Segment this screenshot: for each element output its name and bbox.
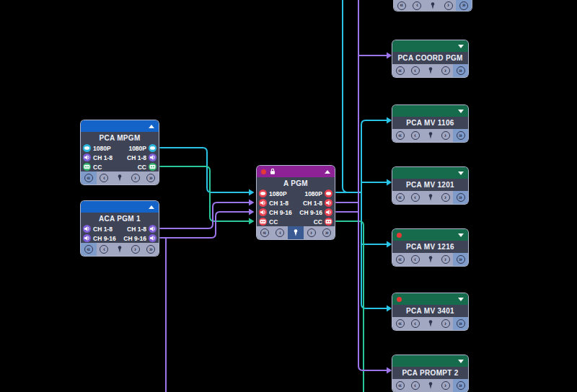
- video-port-icon[interactable]: [325, 190, 332, 197]
- collapse-icon[interactable]: [149, 205, 154, 209]
- audio-port-icon[interactable]: [325, 208, 332, 216]
- pin-button[interactable]: [423, 64, 438, 77]
- last-button[interactable]: »: [453, 64, 468, 77]
- prev-button[interactable]: ‹: [408, 379, 423, 392]
- node-header[interactable]: [81, 201, 159, 213]
- node-header[interactable]: [392, 105, 468, 117]
- wire-w1[interactable]: [159, 148, 249, 192]
- node-header[interactable]: [81, 120, 159, 132]
- pin-button[interactable]: [423, 253, 438, 266]
- node-offscreen-top[interactable]: «‹ ›»: [393, 0, 472, 12]
- audio-port-icon[interactable]: [325, 199, 332, 207]
- next-button[interactable]: ›: [128, 172, 144, 184]
- audio-port-icon[interactable]: [259, 208, 267, 216]
- expand-icon[interactable]: [458, 45, 464, 48]
- collapse-icon[interactable]: [149, 125, 154, 128]
- node-pca-mv-1201[interactable]: PCA MV 1201«‹ ›»: [392, 166, 469, 205]
- pin-button[interactable]: [112, 172, 128, 184]
- first-button[interactable]: «: [392, 253, 408, 266]
- node-header[interactable]: [392, 40, 468, 52]
- expand-icon[interactable]: [458, 298, 464, 301]
- node-a-pgm[interactable]: A PGM1080P1080P CH 1-8CH 1-8 CH 9-16CH 9…: [256, 165, 335, 240]
- video-port-icon[interactable]: [83, 144, 91, 152]
- next-button[interactable]: ›: [438, 253, 453, 266]
- prev-button[interactable]: ‹: [408, 317, 423, 330]
- next-button[interactable]: ›: [304, 226, 320, 239]
- node-pca-prompt-2[interactable]: PCA PROMPT 2«‹ ›»: [392, 355, 469, 392]
- node-pca-coord-pgm[interactable]: PCA COORD PGM«‹ ›»: [392, 40, 469, 78]
- first-button[interactable]: «: [81, 243, 97, 256]
- prev-button[interactable]: ‹: [97, 172, 113, 184]
- wire-w4[interactable]: [159, 212, 249, 238]
- prev-button[interactable]: ‹: [408, 64, 423, 77]
- node-header[interactable]: [392, 229, 468, 241]
- wire-w8[interactable]: [361, 120, 387, 308]
- audio-port-icon[interactable]: [83, 153, 91, 161]
- expand-icon[interactable]: [458, 172, 464, 175]
- expand-icon[interactable]: [458, 110, 464, 113]
- first-button[interactable]: «: [392, 191, 408, 204]
- last-button[interactable]: »: [143, 243, 159, 256]
- pin-button[interactable]: [112, 243, 128, 256]
- pin-button[interactable]: [425, 0, 441, 11]
- node-pca-mv-1106[interactable]: PCA MV 1106«‹ ›»: [392, 104, 469, 143]
- prev-button[interactable]: ‹: [97, 243, 113, 256]
- audio-port-icon[interactable]: [149, 225, 157, 233]
- node-pca-mv-3401[interactable]: PCA MV 3401«‹ ›»: [392, 293, 469, 331]
- prev-button[interactable]: ‹: [408, 191, 423, 204]
- node-header[interactable]: [392, 293, 468, 305]
- last-button[interactable]: »: [319, 226, 335, 239]
- cc-port-icon[interactable]: [149, 163, 157, 171]
- cc-port-icon[interactable]: [325, 218, 332, 226]
- node-header[interactable]: [257, 166, 335, 177]
- next-button[interactable]: ›: [441, 0, 457, 11]
- video-port-icon[interactable]: [259, 190, 267, 197]
- pin-button[interactable]: [423, 379, 438, 392]
- node-graph-canvas[interactable]: PCA MPGM1080P1080P CH 1-8CH 1-8 CCCC «‹ …: [0, 0, 577, 392]
- node-aca-pgm-1[interactable]: ACA PGM 1 CH 1-8CH 1-8 CH 9-16CH 9-16 «‹…: [80, 200, 159, 257]
- pin-button[interactable]: [423, 129, 438, 142]
- node-header[interactable]: [392, 355, 468, 367]
- audio-port-icon[interactable]: [83, 225, 91, 233]
- last-button[interactable]: »: [453, 129, 468, 142]
- node-header[interactable]: [392, 167, 468, 179]
- next-button[interactable]: ›: [438, 379, 453, 392]
- node-pca-mv-1216[interactable]: PCA MV 1216«‹ ›»: [392, 228, 469, 267]
- expand-icon[interactable]: [458, 233, 464, 237]
- next-button[interactable]: ›: [128, 243, 144, 256]
- video-port-icon[interactable]: [149, 144, 157, 152]
- audio-port-icon[interactable]: [149, 234, 157, 242]
- last-button[interactable]: »: [453, 379, 468, 392]
- first-button[interactable]: «: [392, 379, 408, 392]
- first-button[interactable]: «: [394, 0, 410, 11]
- audio-port-icon[interactable]: [83, 234, 91, 242]
- node-pca-mpgm[interactable]: PCA MPGM1080P1080P CH 1-8CH 1-8 CCCC «‹ …: [80, 120, 159, 185]
- first-button[interactable]: «: [81, 172, 97, 184]
- next-button[interactable]: ›: [438, 317, 453, 330]
- first-button[interactable]: «: [257, 226, 273, 239]
- expand-icon[interactable]: [458, 360, 464, 363]
- last-button[interactable]: »: [143, 172, 159, 184]
- first-button[interactable]: «: [392, 317, 408, 330]
- collapse-icon[interactable]: [325, 170, 330, 174]
- audio-port-icon[interactable]: [259, 199, 267, 207]
- next-button[interactable]: ›: [438, 64, 453, 77]
- next-button[interactable]: ›: [438, 191, 453, 204]
- wire-w6[interactable]: [343, 0, 347, 192]
- last-button[interactable]: »: [453, 191, 468, 204]
- first-button[interactable]: «: [392, 129, 408, 142]
- prev-button[interactable]: ‹: [408, 129, 423, 142]
- wire-w3[interactable]: [159, 202, 249, 228]
- pin-button[interactable]: [423, 191, 438, 204]
- prev-button[interactable]: ‹: [273, 226, 288, 239]
- prev-button[interactable]: ‹: [408, 253, 423, 266]
- last-button[interactable]: »: [453, 253, 468, 266]
- wire-w2[interactable]: [159, 166, 249, 221]
- pin-button[interactable]: [288, 226, 304, 239]
- pin-button[interactable]: [423, 317, 438, 330]
- prev-button[interactable]: ‹: [410, 0, 426, 11]
- cc-port-icon[interactable]: [83, 163, 91, 171]
- first-button[interactable]: «: [392, 64, 408, 77]
- last-button[interactable]: »: [453, 317, 468, 330]
- last-button[interactable]: »: [456, 0, 472, 11]
